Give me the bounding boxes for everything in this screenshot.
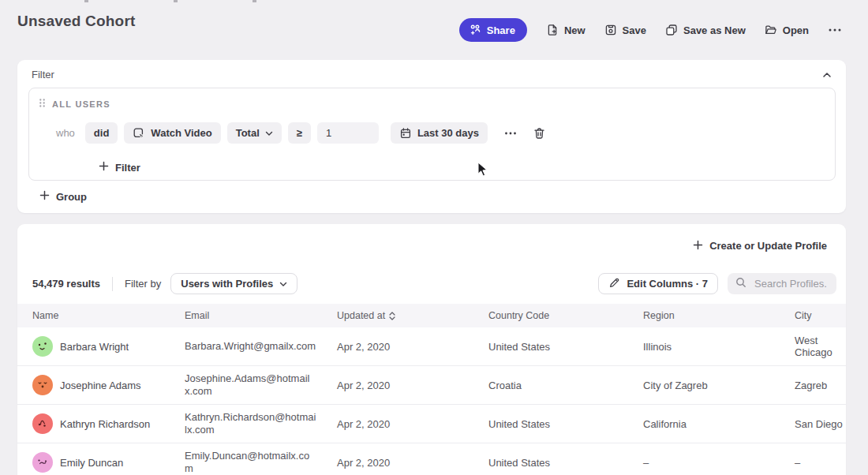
delete-filter-trash-icon[interactable] — [529, 127, 550, 140]
chevron-down-icon — [279, 278, 287, 290]
profiles-table: Name Email Updated at Country Code Regio… — [17, 304, 846, 475]
header-actions: Share New Save Save as New Open — [459, 18, 842, 42]
add-group-button[interactable]: Group — [35, 189, 92, 204]
updated-cell: Apr 2, 2020 — [337, 457, 488, 469]
region-cell: City of Zagreb — [643, 380, 795, 391]
pencil-icon — [608, 277, 620, 291]
save-button[interactable]: Save — [604, 24, 646, 36]
save-label: Save — [623, 24, 646, 36]
filter-group-box: ALL USERS who did Watch Video Total ≥ La… — [28, 88, 836, 181]
updated-cell: Apr 2, 2020 — [337, 380, 488, 391]
create-or-update-profile-button[interactable]: Create or Update Profile — [688, 239, 832, 253]
profile-filter-label: Users with Profiles — [181, 278, 273, 290]
new-button[interactable]: New — [546, 24, 586, 36]
region-cell: – — [643, 457, 795, 469]
date-range-label: Last 30 days — [417, 127, 479, 139]
country-cell: United States — [488, 418, 643, 430]
region-cell: Illinois — [643, 341, 795, 353]
avatar — [32, 452, 53, 473]
who-label: who — [56, 127, 75, 139]
aggregation-label: Total — [236, 127, 260, 139]
aggregation-selector[interactable]: Total — [227, 122, 282, 144]
add-filter-button[interactable]: Filter — [94, 160, 145, 174]
table-row[interactable]: Barbara Wright Barbara.Wright@gmailx.com… — [17, 327, 846, 366]
save-as-new-label: Save as New — [683, 24, 746, 36]
new-document-icon — [546, 24, 559, 36]
more-options-icon[interactable] — [828, 24, 842, 36]
col-header-region[interactable]: Region — [643, 310, 795, 321]
collapse-chevron-up-icon[interactable] — [821, 70, 833, 80]
new-label: New — [564, 24, 586, 36]
col-header-email[interactable]: Email — [185, 310, 337, 321]
plus-icon — [693, 240, 703, 252]
profile-name-cell: Josephine Adams — [32, 375, 185, 395]
calendar-icon — [399, 127, 412, 140]
edit-columns-button[interactable]: Edit Columns · 7 — [598, 273, 718, 294]
open-button[interactable]: Open — [765, 24, 809, 36]
region-cell: California — [643, 418, 795, 430]
avatar — [32, 375, 53, 395]
city-cell: West Chicago — [795, 335, 846, 358]
table-row[interactable]: Kathryn Richardson Kathryn.Richardson@ho… — [17, 405, 846, 443]
table-header-row: Name Email Updated at Country Code Regio… — [17, 304, 846, 327]
profile-search — [728, 273, 836, 294]
chevron-down-icon — [265, 127, 273, 139]
divider — [112, 277, 113, 291]
avatar — [32, 336, 53, 357]
city-cell: Zagreb — [795, 380, 846, 391]
updated-cell: Apr 2, 2020 — [337, 341, 488, 353]
plus-icon — [99, 161, 109, 174]
city-cell: – — [795, 457, 846, 469]
results-panel: Create or Update Profile 54,479 results … — [17, 224, 846, 475]
country-cell: Croatia — [488, 380, 643, 391]
copy-icon — [665, 24, 678, 36]
email-cell: Kathryn.Richardson@hotmailx.com — [185, 411, 337, 436]
page-header: Unsaved Cohort Share New Save Save as Ne… — [0, 0, 868, 55]
table-row[interactable]: Josephine Adams Josephine.Adams@hotmailx… — [17, 366, 846, 405]
share-users-icon — [469, 24, 481, 36]
col-header-country-code[interactable]: Country Code — [488, 310, 643, 321]
filter-panel: Filter ALL USERS who did Watch Video Tot… — [17, 60, 846, 213]
did-label: did — [94, 127, 110, 139]
edit-columns-label: Edit Columns · 7 — [627, 278, 708, 290]
col-header-updated-at[interactable]: Updated at — [337, 310, 488, 321]
avatar — [32, 413, 53, 434]
profile-name-cell: Barbara Wright — [32, 336, 185, 357]
filter-by-label: Filter by — [125, 278, 161, 290]
event-selector[interactable]: Watch Video — [124, 122, 220, 144]
operator-label: ≥ — [297, 127, 302, 139]
operator-selector[interactable]: ≥ — [288, 122, 311, 144]
row-more-options-icon[interactable] — [499, 128, 522, 139]
save-as-new-button[interactable]: Save as New — [665, 24, 746, 36]
filter-condition-row: who did Watch Video Total ≥ Last 30 days — [56, 122, 825, 144]
country-cell: United States — [488, 457, 643, 469]
table-row[interactable]: Emily Duncan Emily.Duncan@hotmailx.com A… — [17, 443, 846, 475]
updated-cell: Apr 2, 2020 — [337, 418, 488, 430]
date-range-selector[interactable]: Last 30 days — [391, 122, 488, 144]
search-input[interactable] — [753, 277, 829, 290]
share-button[interactable]: Share — [459, 18, 527, 42]
add-filter-label: Filter — [115, 162, 140, 174]
filter-panel-title: Filter — [32, 69, 54, 80]
event-icon — [133, 127, 145, 140]
email-cell: Barbara.Wright@gmailx.com — [185, 340, 337, 353]
plus-icon — [39, 190, 50, 203]
email-cell: Josephine.Adams@hotmailx.com — [185, 372, 337, 398]
col-header-name[interactable]: Name — [32, 310, 185, 321]
group-scope-label: ALL USERS — [52, 99, 110, 109]
did-selector[interactable]: did — [85, 122, 118, 144]
profile-name-cell: Emily Duncan — [32, 452, 185, 473]
col-header-city[interactable]: City — [795, 310, 846, 321]
cohort-builder-screen: { "colors": { "accent": "#4b40d6", "page… — [0, 0, 868, 475]
email-cell: Emily.Duncan@hotmailx.com — [185, 450, 337, 475]
threshold-input[interactable] — [317, 122, 379, 144]
profile-filter-dropdown[interactable]: Users with Profiles — [170, 273, 297, 294]
save-icon — [604, 24, 617, 36]
create-or-update-profile-label: Create or Update Profile — [709, 240, 827, 252]
drag-handle-icon[interactable] — [39, 97, 46, 111]
page-title: Unsaved Cohort — [17, 13, 136, 30]
result-count: 54,479 results — [32, 278, 100, 290]
add-group-label: Group — [56, 191, 87, 203]
country-cell: United States — [488, 341, 643, 353]
search-icon — [735, 277, 746, 291]
